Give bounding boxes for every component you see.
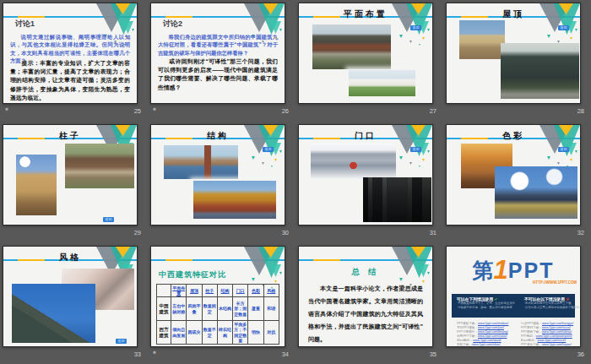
site-link-lists: PPT模板下载：www.1ppt.com/moban/节日PPT模板：www.1… [457, 322, 577, 347]
triangle-speck [547, 156, 550, 160]
triangle-speck [279, 29, 282, 31]
site-link[interactable]: www.1ppt.com/hangye/ [542, 322, 573, 325]
link-category-label: 节日PPT模板： [457, 326, 478, 329]
table-header[interactable]: 门口 [233, 285, 248, 297]
hint-paragraph: 提示：丰富的专业知识，扩大了文章的容量；丰富的词汇量，提高了文章的表现力；合理的… [10, 59, 130, 102]
slide-number: 35 [430, 350, 436, 358]
table-cell: 砖石结构 [217, 321, 232, 345]
site-url[interactable]: HTTP://WWW.1PPT.COM [496, 280, 577, 285]
table-corner [157, 285, 171, 297]
site-link[interactable]: www.1ppt.com/word/ [473, 339, 501, 342]
slide-cell-25: 讨论1 说明文通过解说事物、阐明事理而给人以知识，与其他文体相比显得枯燥乏味。但… [0, 0, 148, 122]
slide-thumbnail-28[interactable]: 屋顶 返回 [446, 3, 581, 104]
slide-thumbnail-31[interactable]: 门口 返回 [298, 124, 433, 225]
deny-item: ·以任何形式在网上提供本站模板的下载服务 [524, 306, 580, 310]
back-link-button[interactable]: 返回 [558, 25, 569, 30]
triangle-speck [271, 166, 273, 167]
table-cell: 平面多方；不固定数量 [233, 321, 248, 345]
slide-thumbnail-36[interactable]: 第1PPT HTTP://WWW.1PPT.COM 可以在下列情况使用 ✔ ·不… [446, 246, 581, 347]
table-header[interactable]: 平面布置 [171, 285, 187, 297]
slide-cell-26: 讨论2 将我们身边的建筑跟文中所归纳的中国建筑九大特征对照，看看还有哪些属于“中… [148, 0, 296, 122]
slide-thumbnail-33[interactable]: 风格 返回 [3, 246, 138, 347]
hint-paragraph: 或许回到刚才“可译性”那三个问题，我们可以得到更多的启发——现代中国的建筑满足了… [158, 57, 278, 92]
slide-number: 25 [134, 107, 141, 115]
table-cell: 凝重 [248, 297, 263, 321]
slide-number: 31 [430, 229, 436, 236]
link-category-label: Excel教程： [521, 339, 538, 342]
back-link-button[interactable]: 返回 [116, 339, 127, 344]
triangle-speck [419, 166, 420, 167]
site-link[interactable]: www.1ppt.com/xiazai/ [478, 334, 507, 338]
triangle-speck [409, 162, 412, 165]
row-label: 西方建筑 [157, 321, 171, 345]
slide-title: 平面布置 [299, 8, 432, 20]
photo-forbidden-city-turret [193, 181, 276, 219]
back-link-button[interactable]: 返回 [410, 147, 421, 152]
logo-char-di: 第 [473, 258, 494, 282]
slide-thumbnail-30[interactable]: 结构 返回 [150, 124, 285, 225]
site-link[interactable]: www.1ppt.com/jieri/ [478, 326, 504, 329]
triangle-speck [399, 35, 403, 38]
site-link[interactable]: www.1ppt.com/ziliao/ [472, 343, 501, 346]
link-category-label: PPT背景图片： [457, 330, 478, 334]
slide-thumbnail-26[interactable]: 讨论2 将我们身边的建筑跟文中所归纳的中国建筑九大特征对照，看看还有哪些属于“中… [150, 3, 285, 104]
slide-thumbnail-27[interactable]: 平面布置 返回 [298, 3, 433, 104]
slide-number: 34 [282, 350, 289, 358]
slide-number: 30 [282, 229, 289, 236]
table-cell: 和谐 [263, 297, 279, 321]
slide-thumbnail-34[interactable]: 中西建筑特征对比 平面布置 屋顶 柱子 结构 门口 色彩 风格 中国建筑 左右中… [150, 246, 285, 347]
table-cell: 木结构 [217, 297, 232, 321]
slide-number: 32 [577, 229, 584, 236]
site-link[interactable]: www.1ppt.com/sucai/ [542, 326, 571, 329]
slide-title: 结构 [151, 130, 285, 142]
site-link[interactable]: www.1ppt.com/powerpoint/ [536, 334, 572, 338]
site-link-row: PPT课件下载：www.1ppt.com/kejian/ [521, 343, 577, 347]
slide-number: 36 [577, 350, 584, 358]
triangle-speck [427, 150, 430, 153]
back-link-button[interactable]: 返回 [410, 25, 421, 30]
slide-title: 讨论2 [163, 19, 182, 30]
triangle-speck [252, 156, 255, 160]
slide-thumbnail-25[interactable]: 讨论1 说明文通过解说事物、阐明事理而给人以知识，与其他文体相比显得枯燥乏味。但… [3, 3, 138, 104]
slide-title: 中西建筑特征对比 [159, 269, 226, 280]
link-column-left: PPT模板下载：www.1ppt.com/moban/节日PPT模板：www.1… [457, 322, 512, 347]
slide-cell-32: 色彩 返回 32 [443, 122, 591, 243]
site-link[interactable]: www.1ppt.com/tubiao/ [542, 330, 572, 334]
table-header[interactable]: 屋顶 [187, 285, 202, 297]
link-category-label: PPT模板下载： [457, 322, 478, 325]
slide-cell-28: 屋顶 返回 28 [443, 0, 591, 122]
slide-cell-34: 中西建筑特征对比 平面布置 屋顶 柱子 结构 门口 色彩 风格 中国建筑 左右中… [148, 243, 296, 364]
table-cell: 对抗 [263, 321, 279, 345]
slide-cell-27: 平面布置 返回 27 [296, 0, 443, 122]
triangle-speck [575, 150, 577, 153]
site-link[interactable]: www.1ppt.com/beijing/ [478, 330, 508, 334]
photo-temple-of-heaven [495, 166, 577, 219]
table-cell: 数量固定 [202, 297, 217, 321]
triangle-speck [575, 29, 577, 31]
slide-number: 28 [577, 107, 584, 115]
photo-forbidden-city-aerial [65, 144, 134, 188]
back-link-button[interactable]: 返回 [263, 147, 274, 152]
slide-number: 33 [134, 350, 141, 358]
table-header[interactable]: 风格 [263, 285, 279, 297]
license-allow-column: 可以在下列情况使用 ✔ ·不限数量的用于个人、公司、企业的商业演示 ·对模板中的… [452, 294, 519, 318]
table-header[interactable]: 结构 [217, 285, 232, 297]
slide-title: 总 结 [299, 267, 432, 278]
logo-char-ppt: PPT [508, 258, 555, 282]
site-link[interactable]: www.1ppt.com/excel/ [538, 339, 567, 342]
link-column-right: 行业PPT模板：www.1ppt.com/hangye/PPT素材下载：www.… [521, 322, 577, 347]
slide-number: 29 [134, 229, 141, 236]
back-link-button[interactable]: 返回 [558, 147, 569, 152]
slide-thumbnail-35[interactable]: 总 结 本文是一篇科学小论文，作者梁思成是当代中国著名建筑学家。文章用简洁清晰的… [298, 246, 433, 347]
table-header[interactable]: 柱子 [202, 285, 217, 297]
table-cell: 四面平叠 [187, 297, 202, 321]
slide-thumbnail-29[interactable]: 柱子 返回 [3, 124, 138, 225]
slide-thumbnail-32[interactable]: 色彩 返回 [446, 124, 581, 225]
table-header[interactable]: 色彩 [248, 285, 263, 297]
site-link[interactable]: www.1ppt.com/kejian/ [542, 343, 572, 346]
back-link-button[interactable]: 返回 [103, 217, 114, 222]
transition-star-icon: ✶ [152, 106, 157, 113]
photo-parthenon-ruins [459, 20, 505, 59]
site-link[interactable]: www.1ppt.com/moban/ [478, 322, 508, 325]
slide-title: 风格 [3, 252, 137, 263]
